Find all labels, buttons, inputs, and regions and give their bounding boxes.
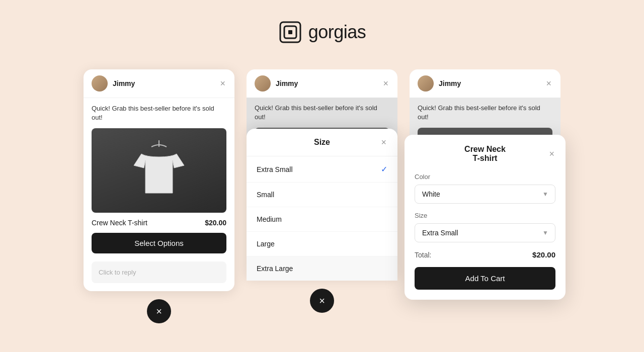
product-info: Crew Neck T-shirt $20.00 [84, 213, 234, 231]
size-option-xs[interactable]: Extra Small ✓ [247, 156, 397, 183]
size-option-xl[interactable]: Extra Large [247, 256, 397, 281]
agent-name: Jimmy [113, 79, 135, 87]
app-title: gorgias [308, 22, 366, 43]
color-field-wrapper: Color White Black Gray ▼ [415, 173, 555, 204]
check-icon: ✓ [381, 164, 387, 174]
card-1-wrapper: Jimmy × Quick! Grab this best-seller bef… [84, 69, 234, 323]
size-dropdown-title: Size [300, 138, 344, 147]
product-image [92, 128, 226, 213]
close-button[interactable]: × [219, 78, 226, 89]
options-panel-close[interactable]: × [548, 148, 555, 159]
product-name: Crew Neck T-shirt [92, 219, 147, 227]
card-2-container: Jimmy × Quick! Grab this best-seller bef… [247, 69, 397, 281]
bottom-close-button-2[interactable]: × [310, 289, 334, 313]
tshirt-image [126, 138, 192, 203]
svg-rect-2 [288, 30, 292, 34]
reply-input[interactable]: Click to reply [92, 261, 226, 283]
close-button-2[interactable]: × [382, 78, 389, 89]
size-dropdown: Size × Extra Small ✓ Small Medium Large [247, 129, 397, 281]
color-select[interactable]: White Black Gray [415, 185, 555, 204]
cards-container: Jimmy × Quick! Grab this best-seller bef… [0, 69, 644, 323]
add-to-cart-button[interactable]: Add To Cart [415, 267, 555, 290]
product-price: $20.00 [205, 219, 226, 227]
bottom-close-button-1[interactable]: × [147, 299, 171, 323]
card-3-header: Jimmy × [410, 69, 560, 98]
card-2-header: Jimmy × [247, 69, 397, 98]
card-1: Jimmy × Quick! Grab this best-seller bef… [84, 69, 234, 291]
close-button-3[interactable]: × [545, 78, 552, 89]
options-panel-title: Crew Neck T-shirt [461, 145, 508, 163]
card-message-3: Quick! Grab this best-seller before it's… [410, 98, 560, 128]
total-price: $20.00 [532, 250, 555, 259]
card-3-container: Jimmy × Quick! Grab this best-seller bef… [410, 69, 560, 240]
agent-name-3: Jimmy [439, 79, 461, 87]
card-message-2: Quick! Grab this best-seller before it's… [247, 98, 397, 128]
size-option-l[interactable]: Large [247, 232, 397, 256]
size-option-s[interactable]: Small [247, 183, 397, 207]
size-select[interactable]: Extra Small Small Medium Large Extra Lar… [415, 223, 555, 242]
total-row: Total: $20.00 [415, 250, 555, 259]
size-field-wrapper: Size Extra Small Small Medium Large Extr… [415, 212, 555, 242]
card-3-wrapper: Jimmy × Quick! Grab this best-seller bef… [410, 69, 560, 273]
avatar-2 [255, 75, 271, 92]
size-dropdown-close[interactable]: × [380, 137, 388, 148]
size-select-wrapper[interactable]: Extra Small Small Medium Large Extra Lar… [415, 223, 555, 242]
size-dropdown-header: Size × [247, 129, 397, 156]
size-label: Size [415, 212, 555, 219]
avatar [92, 75, 108, 92]
card-message: Quick! Grab this best-seller before it's… [84, 98, 234, 128]
options-panel-header: Crew Neck T-shirt × [415, 145, 555, 163]
card-1-header: Jimmy × [84, 69, 234, 98]
options-panel: Crew Neck T-shirt × Color White Black Gr… [405, 135, 566, 300]
app-header: gorgias [278, 20, 366, 44]
size-option-m[interactable]: Medium [247, 207, 397, 232]
agent-name-2: Jimmy [276, 79, 298, 87]
color-select-wrapper[interactable]: White Black Gray ▼ [415, 185, 555, 204]
total-label: Total: [415, 251, 431, 259]
color-label: Color [415, 173, 555, 181]
gorgias-logo-icon [278, 20, 302, 44]
card-2-wrapper: Jimmy × Quick! Grab this best-seller bef… [247, 69, 397, 313]
avatar-3 [418, 75, 434, 92]
select-options-button[interactable]: Select Options [92, 233, 226, 253]
